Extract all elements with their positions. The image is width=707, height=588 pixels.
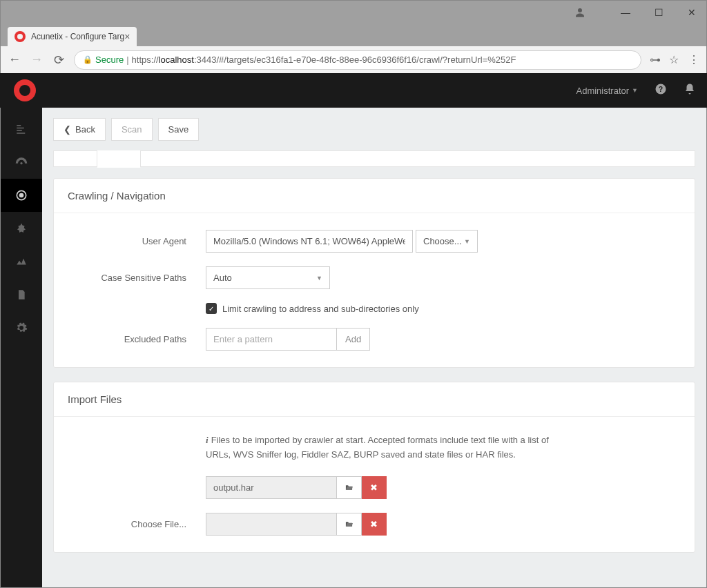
- case-sensitive-dropdown[interactable]: Auto ▼: [206, 266, 330, 289]
- back-button[interactable]: ❮ Back: [53, 118, 106, 141]
- bookmark-star-icon[interactable]: ☆: [669, 53, 679, 66]
- info-icon: i: [206, 435, 209, 445]
- browser-menu-icon[interactable]: ⋮: [688, 53, 699, 66]
- browser-tab[interactable]: Acunetix - Configure Targ ×: [8, 27, 137, 46]
- nav-back-icon[interactable]: ←: [8, 52, 21, 67]
- lock-icon: 🔒: [83, 55, 93, 64]
- svg-point-7: [20, 162, 22, 164]
- user-agent-choose-dropdown[interactable]: Choose... ▼: [416, 230, 478, 253]
- app-header: Administrator ▼ ?: [0, 73, 707, 108]
- tab-title: Acunetix - Configure Targ: [31, 32, 124, 41]
- svg-point-0: [578, 8, 582, 12]
- app-logo-icon[interactable]: [14, 79, 36, 101]
- svg-rect-5: [17, 130, 22, 132]
- caret-down-icon: ▼: [632, 87, 638, 94]
- user-agent-label: User Agent: [68, 236, 206, 246]
- sidebar-item-docs[interactable]: [1, 278, 42, 311]
- url-host: localhost: [159, 55, 194, 65]
- user-agent-input[interactable]: [206, 230, 413, 253]
- maximize-button[interactable]: ☐: [650, 3, 668, 21]
- main-content: ❮ Back Scan Save Crawling / Navigation U…: [42, 74, 706, 588]
- add-pattern-button[interactable]: Add: [337, 328, 370, 351]
- key-icon[interactable]: ⊶: [650, 53, 659, 66]
- sidebar-item-reports[interactable]: [1, 245, 42, 278]
- import-panel: Import Files iFiles to be imported by cr…: [53, 382, 695, 553]
- caret-down-icon: ▼: [464, 238, 470, 245]
- svg-rect-6: [17, 133, 25, 134]
- open-file-button[interactable]: [337, 476, 362, 499]
- sidebar-item-gauge[interactable]: [1, 146, 42, 179]
- limit-crawling-label: Limit crawling to address and sub-direct…: [222, 304, 419, 314]
- sidebar-item-dashboard[interactable]: [1, 112, 42, 146]
- browser-tab-strip: Acunetix - Configure Targ ×: [1, 24, 706, 46]
- choose-file-field[interactable]: [206, 513, 337, 536]
- svg-rect-4: [17, 128, 24, 129]
- toolbar: ❮ Back Scan Save: [42, 108, 706, 150]
- svg-text:?: ?: [659, 85, 663, 93]
- remove-file-button[interactable]: ✖: [362, 476, 387, 499]
- user-menu[interactable]: Administrator ▼: [577, 86, 639, 96]
- url-scheme: https://: [132, 55, 159, 65]
- sidebar-item-targets[interactable]: [1, 179, 42, 212]
- svg-point-9: [20, 194, 23, 197]
- url-input[interactable]: 🔒 Secure | https:// localhost :3443/#/ta…: [74, 50, 641, 70]
- panel-title: Import Files: [54, 382, 695, 417]
- tab-close-icon[interactable]: ×: [124, 31, 130, 42]
- sidebar-item-vulns[interactable]: [1, 212, 42, 245]
- imported-file-field: [206, 476, 337, 499]
- nav-reload-icon[interactable]: ⟳: [52, 52, 66, 68]
- remove-file-button[interactable]: ✖: [362, 513, 387, 536]
- crawling-panel: Crawling / Navigation User Agent Choose.…: [53, 178, 695, 368]
- svg-rect-3: [17, 125, 21, 126]
- scan-button[interactable]: Scan: [111, 118, 153, 141]
- choose-file-label: Choose File...: [68, 519, 206, 529]
- limit-crawling-checkbox[interactable]: ✓: [206, 303, 217, 314]
- address-bar: ← → ⟳ 🔒 Secure | https:// localhost :344…: [1, 46, 706, 74]
- case-sensitive-label: Case Sensitive Paths: [68, 273, 206, 283]
- open-file-button[interactable]: [337, 513, 362, 536]
- favicon-icon: [14, 31, 26, 42]
- footer-copyright: © 2017 Acunetix Ltd.: [42, 578, 706, 588]
- excluded-paths-input[interactable]: [206, 328, 337, 351]
- tab-bar[interactable]: [53, 150, 695, 167]
- panel-title: Crawling / Navigation: [54, 179, 695, 213]
- user-account-icon[interactable]: [572, 5, 588, 20]
- help-icon[interactable]: ?: [655, 83, 667, 98]
- sidebar: [1, 74, 42, 588]
- save-button[interactable]: Save: [158, 118, 200, 141]
- minimize-button[interactable]: —: [617, 3, 635, 21]
- nav-forward-icon: →: [30, 52, 43, 67]
- notifications-icon[interactable]: [684, 83, 696, 98]
- import-info-text: iFiles to be imported by crawler at star…: [206, 433, 551, 462]
- caret-down-icon: ▼: [316, 275, 322, 282]
- excluded-paths-label: Excluded Paths: [68, 334, 206, 344]
- close-window-button[interactable]: ✕: [683, 3, 701, 21]
- user-name: Administrator: [577, 86, 630, 96]
- window-titlebar: — ☐ ✕: [1, 1, 706, 24]
- sidebar-item-settings[interactable]: [1, 311, 42, 344]
- chevron-left-icon: ❮: [64, 124, 71, 135]
- url-path: :3443/#/targets/ec316fa1-e70e-48fc-88ee-…: [194, 55, 516, 65]
- secure-label: Secure: [95, 55, 124, 65]
